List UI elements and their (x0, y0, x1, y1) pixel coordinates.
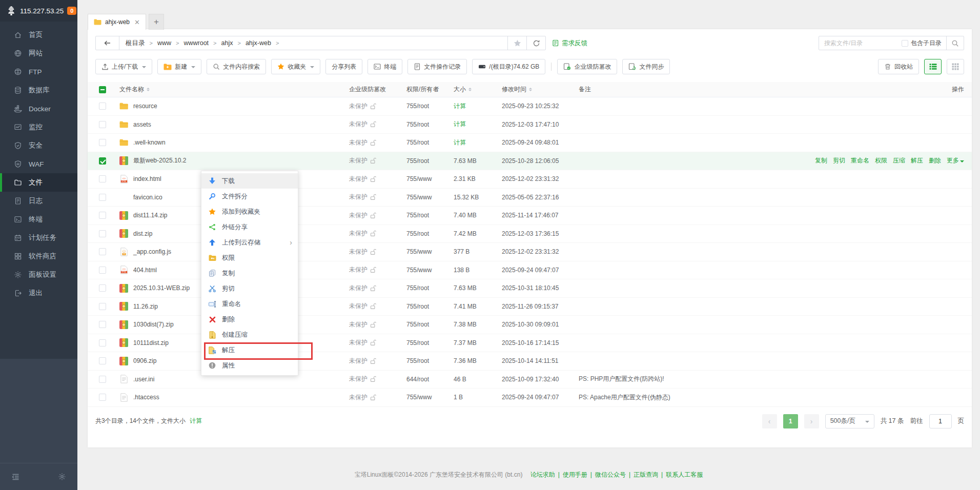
breadcrumb-segment[interactable]: ahjx (221, 39, 233, 47)
size-cell[interactable]: 计算 (454, 138, 502, 147)
context-menu-item-4[interactable]: 上传到云存储› (201, 235, 298, 250)
file-row[interactable]: 最新web-2025.10.2未保护755/root7.63 MB2025-10… (88, 152, 972, 171)
breadcrumb-segment[interactable]: ahjx-web (246, 39, 271, 47)
row-checkbox[interactable] (99, 230, 106, 237)
row-checkbox[interactable] (99, 303, 106, 310)
row-action-3[interactable]: 权限 (875, 156, 887, 165)
footer-link-4[interactable]: 联系人工客服 (666, 471, 703, 478)
row-checkbox[interactable] (99, 139, 106, 146)
search-submit-button[interactable] (946, 36, 964, 50)
row-checkbox[interactable] (99, 175, 106, 182)
file-name-cell[interactable]: assets (119, 121, 349, 128)
context-menu-item-3[interactable]: 外链分享 (201, 219, 298, 235)
back-button[interactable] (96, 36, 119, 50)
message-badge[interactable]: 0 (67, 7, 76, 15)
row-action-0[interactable]: 复制 (815, 156, 827, 165)
context-menu-item-1[interactable]: 文件拆分 (201, 189, 298, 204)
toolbar-button-3[interactable]: 收藏夹 (271, 59, 320, 74)
row-checkbox[interactable] (99, 394, 106, 401)
search-input[interactable] (819, 39, 902, 47)
size-cell[interactable]: 计算 (454, 102, 502, 111)
context-menu-item-8[interactable]: 重命名 (201, 296, 298, 312)
toolbar-button-10[interactable]: 文件同步 (622, 59, 670, 74)
recycle-bin-button[interactable]: 回收站 (878, 59, 919, 74)
context-menu-item-0[interactable]: 下载 (201, 173, 298, 189)
list-view-button[interactable] (924, 59, 942, 74)
current-page-button[interactable]: 1 (783, 414, 798, 428)
favorite-path-star-icon[interactable] (507, 36, 526, 50)
sidebar-item-ftp[interactable]: FTP (0, 63, 77, 81)
sidebar-item-database[interactable]: 数据库 (0, 81, 77, 99)
row-action-1[interactable]: 剪切 (833, 156, 845, 165)
file-name-cell[interactable]: 最新web-2025.10.2 (119, 156, 349, 165)
row-action-2[interactable]: 重命名 (851, 156, 869, 165)
sidebar-item-logs[interactable]: 日志 (0, 192, 77, 210)
grid-view-button[interactable] (947, 59, 964, 74)
select-all-checkbox[interactable] (99, 86, 106, 93)
sidebar-item-files[interactable]: 文件 (0, 173, 77, 192)
collapse-sidebar-icon[interactable] (11, 473, 20, 481)
toolbar-button-4[interactable]: 分享列表 (325, 59, 362, 74)
tab-close-icon[interactable]: ✕ (133, 18, 140, 26)
context-menu-item-9[interactable]: 删除 (201, 312, 298, 327)
sort-icon[interactable] (468, 86, 472, 93)
server-ip[interactable]: 115.227.53.25 (20, 7, 64, 15)
row-action-7[interactable]: 更多 (947, 156, 964, 165)
row-checkbox[interactable] (99, 284, 106, 292)
file-name-cell[interactable]: resource (119, 103, 349, 110)
sidebar-item-security[interactable]: 安全 (0, 136, 77, 155)
file-name-cell[interactable]: .htaccess (119, 393, 349, 402)
file-row[interactable]: resource未保护755/root计算2025-09-23 10:25:32 (88, 97, 972, 116)
row-checkbox[interactable] (99, 376, 106, 383)
include-subdir-checkbox[interactable]: 包含子目录 (902, 39, 946, 48)
footer-link-0[interactable]: 论坛求助 (530, 471, 555, 478)
row-action-4[interactable]: 压缩 (893, 156, 905, 165)
sidebar-item-store[interactable]: 软件商店 (0, 247, 77, 266)
footer-link-1[interactable]: 使用手册 (563, 471, 587, 478)
header-mtime[interactable]: 修改时间 (502, 85, 579, 94)
add-tab-button[interactable]: + (149, 14, 164, 30)
breadcrumb-segment[interactable]: 根目录 (126, 39, 145, 48)
size-cell[interactable]: 计算 (454, 120, 502, 129)
row-checkbox[interactable] (99, 212, 106, 219)
row-action-6[interactable]: 删除 (929, 156, 941, 165)
sidebar-item-cron[interactable]: 计划任务 (0, 229, 77, 247)
sidebar-item-site[interactable]: 网站 (0, 44, 77, 63)
row-checkbox[interactable] (99, 157, 106, 165)
row-checkbox[interactable] (99, 248, 106, 255)
file-name-cell[interactable]: .user.ini (119, 375, 349, 383)
file-row[interactable]: .htaccess未保护755/www1 B2025-09-24 09:47:0… (88, 389, 972, 407)
header-file-name[interactable]: 文件名称 (119, 85, 349, 94)
sort-icon[interactable] (147, 86, 150, 93)
file-row[interactable]: assets未保护755/root计算2025-12-03 17:47:10 (88, 116, 972, 134)
header-size[interactable]: 大小 (454, 85, 502, 94)
toolbar-button-0[interactable]: 上传/下载 (95, 59, 152, 74)
breadcrumb-segment[interactable]: wwwroot (183, 39, 209, 47)
toolbar-button-1[interactable]: 新建 (157, 59, 201, 74)
toolbar-button-2[interactable]: 文件内容搜索 (207, 59, 266, 74)
context-menu-item-5[interactable]: 权限 (201, 250, 298, 266)
toolbar-button-6[interactable]: 文件操作记录 (407, 59, 467, 74)
goto-page-input[interactable] (929, 414, 952, 428)
breadcrumb-segment[interactable]: www (157, 39, 171, 47)
tab-ahjx-web[interactable]: ahjx-web ✕ (88, 14, 146, 30)
context-menu-item-12[interactable]: 属性 (201, 358, 298, 373)
file-name-cell[interactable]: .well-known (119, 139, 349, 146)
row-checkbox[interactable] (99, 321, 106, 328)
sidebar-item-home[interactable]: 首页 (0, 26, 77, 44)
toolbar-button-9[interactable]: 企业级防篡改 (557, 59, 617, 74)
toolbar-button-7[interactable]: /(根目录)74.62 GB (472, 59, 545, 74)
file-row[interactable]: .well-known未保护755/root计算2025-09-24 09:48… (88, 134, 972, 152)
row-checkbox[interactable] (99, 121, 106, 128)
row-action-5[interactable]: 解压 (911, 156, 923, 165)
next-page-button[interactable]: › (804, 414, 819, 428)
sidebar-item-settings[interactable]: 面板设置 (0, 266, 77, 284)
sidebar-item-monitor[interactable]: 监控 (0, 118, 77, 136)
footer-link-3[interactable]: 正版查询 (634, 471, 658, 478)
context-menu-item-7[interactable]: 剪切 (201, 281, 298, 296)
row-checkbox[interactable] (99, 267, 106, 274)
context-menu-item-2[interactable]: 添加到收藏夹 (201, 204, 298, 219)
sidebar-item-waf[interactable]: WAF (0, 155, 77, 173)
footer-link-2[interactable]: 微信公众号 (595, 471, 626, 478)
feedback-link[interactable]: 需求反馈 (553, 39, 587, 48)
